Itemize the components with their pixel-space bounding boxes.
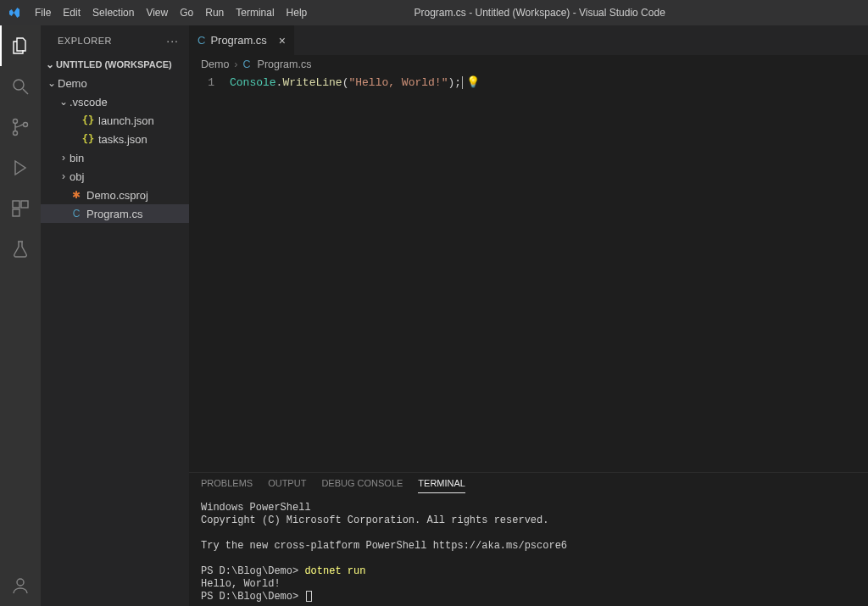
svg-rect-4 (13, 201, 19, 208)
menu-file[interactable]: File (29, 0, 57, 25)
activity-testing[interactable] (0, 229, 41, 270)
bottom-panel: PROBLEMS OUTPUT DEBUG CONSOLE TERMINAL W… (189, 472, 868, 606)
token-member: WriteLine (282, 76, 342, 89)
terminal-line: Hello, World! (201, 578, 281, 590)
svg-point-3 (24, 123, 28, 127)
svg-point-7 (17, 579, 24, 586)
tree-folder-vscode[interactable]: ⌄ .vscode (41, 92, 189, 111)
tree-label: tasks.json (98, 133, 147, 146)
tab-program-cs[interactable]: C Program.cs × (189, 25, 294, 55)
chevron-down-icon: ⌄ (46, 77, 58, 89)
panel-tab-problems[interactable]: PROBLEMS (201, 478, 253, 493)
terminal-command: dotnet run (304, 565, 365, 577)
panel-tab-output[interactable]: OUTPUT (268, 478, 306, 493)
chevron-right-icon: › (58, 170, 70, 182)
code-editor[interactable]: 1 Console.WriteLine("Hello, World!");💡 (189, 74, 868, 472)
debug-icon (10, 158, 31, 178)
explorer-sidebar: EXPLORER ··· ⌄ UNTITLED (WORKSPACE) ⌄ De… (41, 25, 189, 606)
panel-tabs: PROBLEMS OUTPUT DEBUG CONSOLE TERMINAL (189, 473, 868, 493)
terminal[interactable]: Windows PowerShell Copyright (C) Microso… (189, 493, 868, 606)
breadcrumb-segment[interactable]: Demo (201, 58, 229, 70)
activity-explorer[interactable] (0, 25, 41, 66)
search-icon (10, 76, 31, 97)
tree-folder-demo[interactable]: ⌄ Demo (41, 74, 189, 92)
activity-extensions[interactable] (0, 188, 41, 229)
svg-point-0 (14, 80, 24, 90)
line-number-gutter: 1 (189, 75, 230, 472)
terminal-prompt: PS D:\Blog\Demo> (201, 565, 304, 577)
token-punct: ); (448, 76, 461, 89)
tree-label: bin (70, 152, 84, 164)
tree-file-tasks-json[interactable]: · {} tasks.json (41, 130, 189, 148)
panel-tab-debug-console[interactable]: DEBUG CONSOLE (321, 478, 403, 493)
json-icon: {} (81, 114, 95, 126)
menu-view[interactable]: View (140, 0, 174, 25)
vscode-logo-icon (0, 6, 29, 19)
menu-go[interactable]: Go (174, 0, 199, 25)
line-number: 1 (189, 75, 214, 91)
files-icon (10, 36, 31, 56)
token-type: Console (230, 76, 276, 89)
chevron-right-icon: › (58, 152, 70, 164)
tree-folder-obj[interactable]: › obj (41, 167, 189, 186)
tree-label: .vscode (70, 96, 108, 108)
workspace-name: UNTITLED (WORKSPACE) (56, 59, 172, 69)
terminal-line: Try the new cross-platform PowerShell ht… (201, 540, 567, 552)
terminal-prompt: PS D:\Blog\Demo> (201, 591, 304, 603)
tab-label: Program.cs (210, 34, 266, 47)
chevron-down-icon: ⌄ (58, 96, 70, 108)
file-tree: ⌄ Demo ⌄ .vscode · {} launch.json · {} t… (41, 74, 189, 223)
activity-search[interactable] (0, 66, 41, 107)
tree-file-launch-json[interactable]: · {} launch.json (41, 111, 189, 130)
menu-selection[interactable]: Selection (86, 0, 140, 25)
chevron-right-icon: › (234, 58, 237, 70)
window-title: Program.cs - Untitled (Workspace) - Visu… (313, 7, 766, 19)
account-icon (10, 575, 31, 596)
explorer-more-icon[interactable]: ··· (166, 34, 179, 47)
activity-bar (0, 25, 41, 606)
terminal-line: Windows PowerShell (201, 502, 311, 514)
close-icon[interactable]: × (279, 35, 286, 47)
menu-run[interactable]: Run (199, 0, 230, 25)
json-icon: {} (81, 133, 95, 145)
tree-label: Demo (58, 77, 87, 90)
csharp-icon: C (198, 34, 205, 47)
tree-folder-bin[interactable]: › bin (41, 148, 189, 167)
breadcrumb-segment[interactable]: Program.cs (258, 58, 312, 70)
activity-accounts[interactable] (0, 565, 41, 606)
menu-terminal[interactable]: Terminal (230, 0, 280, 25)
panel-tab-terminal[interactable]: TERMINAL (418, 478, 465, 493)
lightbulb-icon[interactable]: 💡 (466, 75, 480, 91)
explorer-title-label: EXPLORER (58, 36, 112, 46)
source-control-icon (10, 117, 31, 137)
text-cursor (462, 76, 463, 89)
workspace-section-header[interactable]: ⌄ UNTITLED (WORKSPACE) (41, 55, 189, 74)
menubar: File Edit Selection View Go Run Terminal… (29, 0, 313, 25)
token-string: "Hello, World!" (348, 76, 448, 89)
tree-file-csproj[interactable]: · ✱ Demo.csproj (41, 186, 189, 204)
menu-edit[interactable]: Edit (57, 0, 86, 25)
menu-help[interactable]: Help (281, 0, 314, 25)
explorer-title: EXPLORER ··· (41, 25, 189, 55)
chevron-down-icon: ⌄ (44, 58, 56, 70)
svg-rect-6 (13, 209, 19, 216)
terminal-cursor (306, 591, 312, 602)
csharp-icon: C (243, 58, 251, 70)
csharp-icon: C (70, 208, 83, 220)
tree-file-program-cs[interactable]: · C Program.cs (41, 204, 189, 223)
terminal-line: Copyright (C) Microsoft Corporation. All… (201, 514, 548, 526)
csproj-icon: ✱ (70, 189, 83, 201)
tree-label: launch.json (98, 114, 154, 127)
svg-rect-5 (21, 201, 28, 208)
breadcrumbs[interactable]: Demo › C Program.cs (189, 55, 868, 74)
editor-area: C Program.cs × Demo › C Program.cs 1 Con… (189, 25, 868, 606)
svg-point-2 (14, 131, 18, 136)
tree-label: obj (70, 170, 84, 183)
svg-point-1 (14, 120, 18, 124)
tree-label: Demo.csproj (86, 189, 148, 202)
activity-run-debug[interactable] (0, 147, 41, 188)
code-line[interactable]: Console.WriteLine("Hello, World!");💡 (230, 75, 463, 472)
extensions-icon (10, 198, 31, 219)
beaker-icon (10, 239, 31, 259)
activity-source-control[interactable] (0, 107, 41, 147)
